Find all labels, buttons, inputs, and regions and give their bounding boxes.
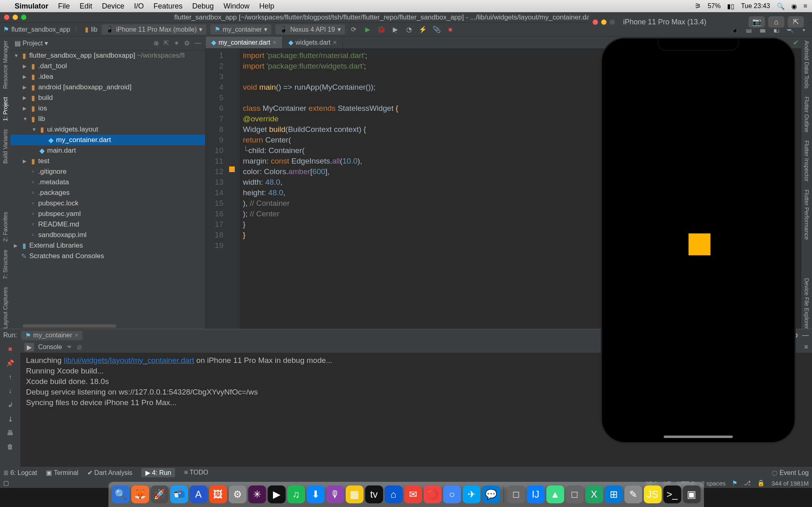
tree-row[interactable]: ✎Scratches and Consoles [11, 251, 205, 261]
dock-app[interactable]: 🚀 [151, 485, 169, 503]
tree-row[interactable]: ▶▮.dart_tool [11, 61, 205, 71]
flutter-status-icon[interactable]: ⚑ [732, 479, 737, 487]
dock-app[interactable]: A [190, 485, 208, 503]
close-window-button[interactable] [4, 15, 9, 20]
dock-app[interactable]: ✳ [248, 485, 266, 503]
notification-center-icon[interactable]: ≡ [803, 2, 807, 10]
menubar-app-name[interactable]: Simulator [15, 2, 48, 11]
tab-logcat[interactable]: ≣ 6: Logcat [3, 469, 37, 477]
tree-row[interactable]: ▶▮build [11, 93, 205, 103]
tree-row[interactable]: ▶▮External Libraries [11, 240, 205, 251]
hot-reload-icon[interactable]: ⚡ [418, 26, 428, 34]
menu-debug[interactable]: Debug [192, 2, 214, 11]
console-filter-icon[interactable]: ⏷ [66, 343, 73, 351]
memory-indicator[interactable]: 344 of 1981M [771, 480, 809, 487]
menu-help[interactable]: Help [259, 2, 274, 11]
dock-app[interactable]: 📬 [170, 485, 188, 503]
dock-app[interactable]: 🔍 [112, 485, 130, 503]
pin-tab-icon[interactable]: 📌 [6, 359, 14, 367]
tree-row[interactable]: ▼▮flutter_sandbox_app [sandboxapp] ~/wor… [11, 50, 205, 61]
menu-io[interactable]: I/O [134, 2, 144, 11]
hide-panel-icon[interactable]: — [195, 39, 201, 47]
rail-favorites[interactable]: 2: Favorites [2, 212, 9, 242]
tree-row[interactable]: ▫pubspec.yaml [11, 209, 205, 219]
down-stack-icon[interactable]: ↓ [9, 387, 12, 395]
tab-run[interactable]: ▶ 4: Run [141, 468, 175, 477]
dock-app[interactable]: □ [507, 485, 525, 503]
rail-structure[interactable]: 7: Structure [2, 250, 9, 279]
tab-todo[interactable]: ≡ TODO [184, 469, 208, 476]
tab-terminal[interactable]: ▣ Terminal [46, 469, 78, 477]
status-widget-icon[interactable]: ▢ [3, 479, 9, 487]
tree-row[interactable]: ◆my_container.dart [11, 135, 205, 145]
dock-app[interactable]: IJ [527, 485, 545, 503]
collapse-all-icon[interactable]: ✶ [174, 39, 179, 47]
sim-close-button[interactable] [593, 19, 598, 25]
sim-maximize-button[interactable] [610, 19, 615, 25]
tree-row[interactable]: ◆main.dart [11, 145, 205, 156]
spotlight-icon[interactable]: 🔍 [777, 2, 785, 10]
tree-row[interactable]: ▶▮android [sandboxapp_android] [11, 82, 205, 93]
stop-button[interactable]: ■ [446, 26, 455, 34]
minimize-window-button[interactable] [13, 15, 18, 20]
dock-app[interactable]: tv [365, 485, 383, 503]
tree-row[interactable]: ▫.gitignore [11, 166, 205, 177]
git-branch-icon[interactable]: ⎇ [744, 479, 751, 487]
clock[interactable]: Tue 23:43 [741, 2, 770, 10]
stop-process-button[interactable]: ■ [8, 345, 12, 353]
tree-row[interactable]: ▼▮lib [11, 114, 205, 124]
coverage-run-icon[interactable]: ▶̣ [390, 26, 400, 34]
sim-screenshot-button[interactable]: 📷 [749, 16, 765, 28]
siri-icon[interactable]: ◉ [791, 2, 797, 10]
expand-all-icon[interactable]: ⇱ [164, 39, 169, 47]
simulator-screen[interactable] [602, 39, 795, 442]
run-config-tab[interactable]: ⚑my_container× [21, 331, 82, 340]
lock-icon[interactable]: 🔒 [757, 479, 765, 487]
menu-window[interactable]: Window [223, 2, 249, 11]
tool-settings-icon[interactable]: ⚙ [184, 39, 190, 47]
dock-app[interactable]: ▲ [546, 485, 564, 503]
sim-home-button[interactable]: ⌂ [768, 16, 784, 28]
dock-app[interactable]: ⭕ [424, 485, 442, 503]
scroll-to-end-icon[interactable]: ⤓ [8, 415, 13, 423]
menu-edit[interactable]: Edit [80, 2, 92, 11]
dock-app[interactable]: ⊞ [605, 485, 623, 503]
tree-row[interactable]: ▫.metadata [11, 177, 205, 188]
sim-rotate-button[interactable]: ⇱ [788, 16, 804, 28]
menu-file[interactable]: File [58, 2, 70, 11]
dock-app[interactable]: ♫ [287, 485, 305, 503]
dock-app[interactable]: ⬇ [307, 485, 325, 503]
rail-project[interactable]: 1: Project [2, 97, 9, 121]
editor-gutter[interactable]: 12345678910111213141516171819 [206, 49, 228, 329]
attach-debugger-icon[interactable]: 📎 [432, 26, 442, 34]
dock-app[interactable]: ⌂ [385, 485, 403, 503]
dock-app[interactable]: 🎙 [326, 485, 344, 503]
dock-app[interactable]: ○ [443, 485, 461, 503]
breadcrumb-folder[interactable]: ▮lib [85, 26, 97, 33]
print-icon[interactable]: 🖶 [7, 429, 13, 437]
dock-app[interactable]: ✉ [404, 485, 422, 503]
tree-row[interactable]: ▫.packages [11, 188, 205, 198]
maximize-window-button[interactable] [21, 15, 26, 20]
rail-resource-manager[interactable]: Resource Manager [2, 41, 9, 89]
tree-row[interactable]: ▫sandboxapp.iml [11, 230, 205, 240]
dock-app[interactable]: ▣ [683, 485, 701, 503]
dock-app[interactable]: 🦊 [131, 485, 149, 503]
project-tree[interactable]: ▼▮flutter_sandbox_app [sandboxapp] ~/wor… [11, 50, 205, 323]
device-selector-dropdown[interactable]: 📱iPhone 11 Pro Max (mobile)▾ [102, 24, 206, 35]
menu-device[interactable]: Device [102, 2, 124, 11]
dock-app[interactable]: >_ [663, 485, 681, 503]
tree-horizontal-scrollbar[interactable] [11, 323, 205, 329]
dock-app[interactable]: □ [566, 485, 584, 503]
project-view-dropdown[interactable]: ▤ Project ▾ [15, 39, 48, 47]
dock-app[interactable]: 🖼 [209, 485, 227, 503]
rail-layout-captures[interactable]: Layout Captures [2, 287, 9, 329]
sim-minimize-button[interactable] [601, 19, 606, 25]
menu-features[interactable]: Features [154, 2, 182, 11]
emulator-dropdown[interactable]: 📱Nexus 4 API 19▾ [275, 24, 344, 35]
gutter-color-swatch[interactable] [229, 166, 235, 172]
select-opened-file-icon[interactable]: ⊕ [154, 39, 159, 47]
tree-row[interactable]: ▶▮ios [11, 103, 205, 114]
soft-wrap-icon[interactable]: ↲ [8, 401, 13, 409]
rail-build-variants[interactable]: Build Variants [2, 129, 9, 164]
